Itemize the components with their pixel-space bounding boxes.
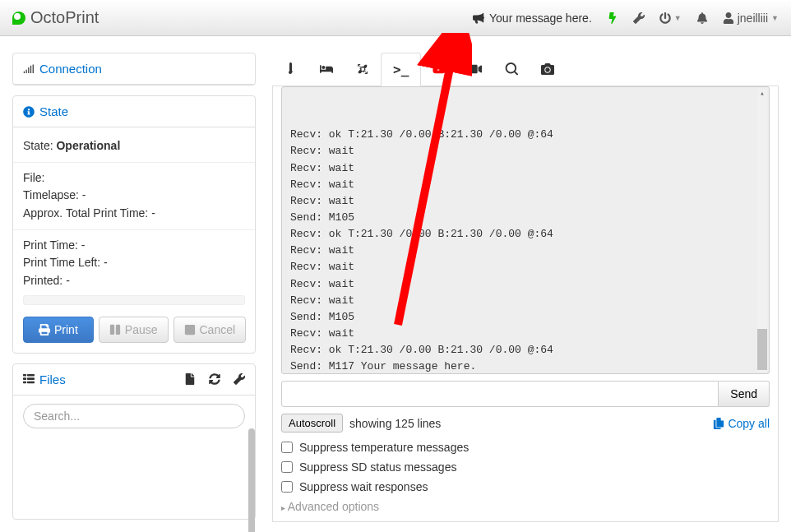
command-input[interactable] [281,381,719,407]
terminal-line: Recv: wait [290,243,761,259]
terminal-meta: Autoscroll showing 125 lines Copy all [281,414,770,433]
file-icon[interactable] [184,373,196,385]
terminal-line: Recv: wait [290,177,761,193]
notifications-button[interactable] [696,12,708,24]
terminal-line: Recv: ok T:21.30 /0.00 B:21.30 /0.00 @:6… [290,127,761,143]
stop-icon [184,324,196,335]
suppress-temp-checkbox[interactable]: Suppress temperature messages [281,441,770,454]
terminal-line: Recv: wait [290,143,761,160]
suppress-sd-checkbox[interactable]: Suppress SD status messages [281,460,770,474]
connection-panel: Connection [12,53,256,86]
main: >_ Recv: ok T:21.30 /0.00 B:21.30 /0.00 … [272,53,779,530]
search-icon [505,62,518,76]
state-title: State [39,104,68,118]
refresh-icon[interactable] [209,373,220,385]
files-panel: Files [12,363,256,520]
navbar-right: Your message here. ▼ jneilliii ▼ [473,12,779,25]
tab-bar: >_ [272,53,779,86]
settings-button[interactable] [633,12,645,24]
info-icon [23,106,35,118]
signal-icon [23,63,35,75]
username: jneilliii [738,12,768,25]
terminal-icon: >_ [393,62,409,77]
files-body [13,396,255,519]
connection-title: Connection [39,62,102,76]
advanced-options-toggle[interactable]: Advanced options [281,500,770,513]
tab-control[interactable] [345,53,381,86]
user-menu[interactable]: jneilliii ▼ [723,12,779,25]
terminal-line: Recv: wait [290,259,761,275]
camera-icon [541,62,554,76]
print-progress-bar [23,295,245,305]
terminal-output[interactable]: Recv: ok T:21.30 /0.00 B:21.30 /0.00 @:6… [281,86,770,374]
tab-search[interactable] [493,53,530,86]
cancel-button: Cancel [173,317,247,343]
user-icon [723,12,734,24]
video-icon [469,62,482,76]
terminal-line: Recv: wait [290,160,761,177]
list-icon [23,373,35,385]
line-count: showing 125 lines [349,417,441,430]
brand[interactable]: OctoPrint [12,8,99,27]
tab-temperature[interactable] [272,53,308,86]
caret-down-icon: ▼ [674,14,682,22]
terminal-line: Send: M117 Your message here. [290,359,761,374]
state-printtime: Print Time: - [23,237,245,255]
octoprint-logo-icon [12,12,25,25]
announcement[interactable]: Your message here. [473,12,592,25]
thermometer-icon [284,62,297,76]
tab-camera[interactable] [530,53,566,86]
terminal-line: Recv: wait [290,193,761,210]
state-buttons: Print Pause Cancel [23,317,245,343]
wrench-icon[interactable] [234,373,245,385]
print-button[interactable]: Print [23,317,94,343]
send-button[interactable]: Send [719,381,770,407]
connection-status-icon[interactable] [607,12,618,24]
announcement-text: Your message here. [489,12,592,25]
copy-all-link[interactable]: Copy all [713,417,770,430]
main-container: Connection State State: Operational File… [0,36,791,530]
state-panel-heading[interactable]: State [13,96,255,127]
files-search-input[interactable] [23,404,245,428]
state-timelapse: Timelapse: - [23,187,245,205]
tab-bed[interactable] [308,53,345,86]
suppress-options: Suppress temperature messages Suppress S… [281,441,770,493]
terminal-line: Recv: wait [290,276,761,293]
state-approx-time: Approx. Total Print Time: - [23,205,245,223]
terminal-line: Recv: wait [290,326,761,342]
terminal-line: Send: M105 [290,309,761,326]
suppress-wait-checkbox[interactable]: Suppress wait responses [281,480,770,493]
pause-button: Pause [99,317,169,343]
youtube-icon [433,62,446,76]
terminal-scrollbar[interactable]: ▴ [757,89,767,372]
bullhorn-icon [473,12,484,24]
state-printtimeleft: Print Time Left: - [23,254,245,272]
tab-terminal[interactable]: >_ [381,53,421,86]
terminal-line: Recv: ok T:21.30 /0.00 B:21.30 /0.00 @:6… [290,342,761,359]
move-icon [356,62,369,76]
system-menu[interactable]: ▼ [659,12,682,24]
terminal-line: Recv: ok T:21.30 /0.00 B:21.30 /0.00 @:6… [290,226,761,243]
brand-text: OctoPrint [30,8,99,27]
caret-down-icon: ▼ [771,14,779,22]
tab-youtube[interactable] [421,53,457,86]
bed-icon [320,62,333,76]
power-icon [659,12,671,24]
command-row: Send [281,381,770,407]
navbar: OctoPrint Your message here. ▼ jneilliii… [0,0,791,36]
wrench-icon [633,12,645,24]
print-icon [39,324,50,335]
scroll-up-icon[interactable]: ▴ [757,89,767,99]
files-scrollbar[interactable] [248,428,255,519]
connection-panel-heading[interactable]: Connection [13,53,255,85]
terminal-line: Send: M105 [290,210,761,226]
files-title: Files [39,372,66,386]
copy-icon [713,418,724,429]
state-panel: State State: Operational File: Timelapse… [12,95,256,354]
autoscroll-button[interactable]: Autoscroll [281,414,343,433]
state-body: State: Operational File: Timelapse: - Ap… [13,127,255,353]
bell-icon [696,12,708,24]
terminal-line: Recv: wait [290,293,761,309]
tab-video[interactable] [457,53,493,86]
files-panel-heading[interactable]: Files [13,364,255,396]
